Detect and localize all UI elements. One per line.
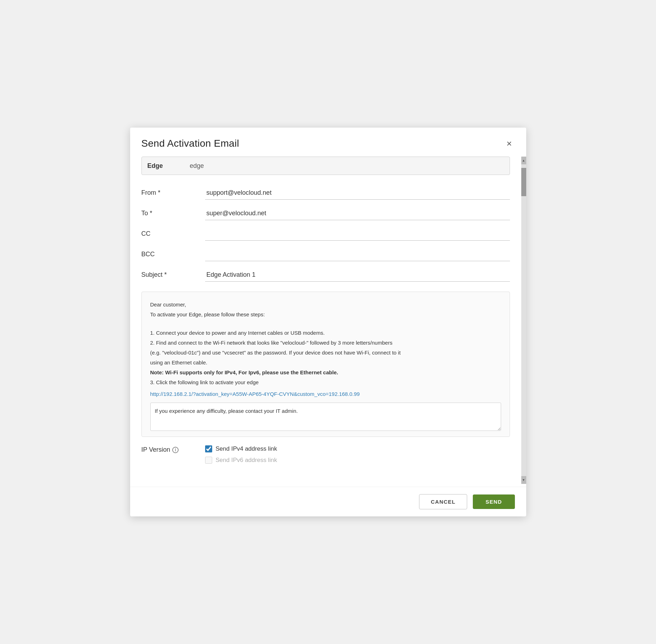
- cancel-button[interactable]: CANCEL: [419, 494, 467, 509]
- email-body-text: Dear customer, To activate your Edge, pl…: [150, 300, 501, 387]
- dialog-title: Send Activation Email: [141, 138, 239, 149]
- edge-selector: Edge edge: [141, 157, 510, 175]
- ipv6-label: Send IPv6 address link: [216, 457, 277, 464]
- subject-label: Subject *: [141, 268, 205, 279]
- bcc-row: BCC: [141, 248, 510, 263]
- bcc-field: [205, 248, 510, 261]
- step2-part2: (e.g. "velocloud-01c") and use "vcsecret…: [150, 349, 501, 357]
- email-note-textarea[interactable]: If you experience any difficulty, please…: [150, 403, 501, 431]
- ip-version-label-container: IP Version i: [141, 445, 205, 453]
- ip-version-options: Send IPv4 address link Send IPv6 address…: [205, 445, 277, 464]
- bcc-label: BCC: [141, 248, 205, 258]
- activation-link[interactable]: http://192.168.2.1/?activation_key=A55W-…: [150, 391, 501, 397]
- to-row: To *: [141, 207, 510, 222]
- subject-field: [205, 268, 510, 282]
- bcc-input[interactable]: [205, 248, 510, 261]
- step3: 3. Click the following link to activate …: [150, 378, 501, 387]
- ipv6-checkbox-row[interactable]: Send IPv6 address link: [205, 457, 277, 464]
- ipv4-checkbox[interactable]: [205, 445, 212, 452]
- from-field: [205, 186, 510, 200]
- from-input[interactable]: [205, 186, 510, 200]
- cc-label: CC: [141, 227, 205, 238]
- scrollbar-track: [521, 196, 526, 476]
- step2-note: Note: Wi-Fi supports only for IPv4, For …: [150, 368, 501, 377]
- subject-input[interactable]: [205, 268, 510, 282]
- subject-row: Subject *: [141, 268, 510, 283]
- step2-part1: 2. Find and connect to the Wi-Fi network…: [150, 339, 501, 347]
- email-body-container: Dear customer, To activate your Edge, pl…: [141, 292, 510, 437]
- edge-selector-label: Edge: [147, 162, 190, 170]
- cc-row: CC: [141, 227, 510, 242]
- dialog-footer: CANCEL SEND: [130, 487, 526, 516]
- to-input[interactable]: [205, 207, 510, 220]
- send-button[interactable]: SEND: [473, 494, 515, 509]
- dialog-header: Send Activation Email ×: [130, 128, 526, 157]
- ip-version-label: IP Version: [141, 446, 170, 453]
- cc-field: [205, 227, 510, 241]
- dialog: Send Activation Email × Edge edge From *: [130, 128, 526, 516]
- from-row: From *: [141, 186, 510, 201]
- scroll-up-button[interactable]: ▲: [521, 157, 526, 164]
- to-label: To *: [141, 207, 205, 217]
- to-field: [205, 207, 510, 220]
- ipv4-checkbox-row[interactable]: Send IPv4 address link: [205, 445, 277, 452]
- cc-input[interactable]: [205, 227, 510, 241]
- ipv4-label: Send IPv4 address link: [216, 445, 277, 452]
- scroll-down-button[interactable]: ▼: [521, 476, 526, 484]
- from-label: From *: [141, 186, 205, 197]
- step2-part3: using an Ethernet cable.: [150, 358, 501, 367]
- scrollbar-thumb: [521, 168, 526, 196]
- scrollbar: ▲ ▼: [521, 157, 526, 484]
- greeting: Dear customer,: [150, 300, 501, 309]
- ipv6-checkbox[interactable]: [205, 457, 212, 464]
- close-button[interactable]: ×: [504, 137, 515, 150]
- ip-version-row: IP Version i Send IPv4 address link Send…: [141, 445, 510, 464]
- intro: To activate your Edge, please follow the…: [150, 310, 501, 319]
- dialog-body: Edge edge From * To *: [130, 157, 521, 484]
- step1: 1. Connect your device to power and any …: [150, 329, 501, 337]
- info-icon[interactable]: i: [172, 447, 179, 453]
- edge-selector-value: edge: [190, 162, 204, 170]
